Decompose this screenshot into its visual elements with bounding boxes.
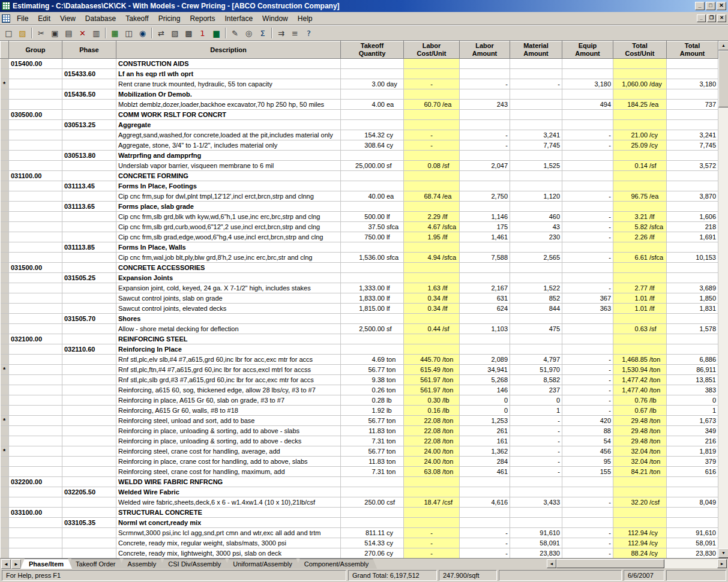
description-cell[interactable]: Reinforcing steel, crane cost for handli… [116,446,341,457]
labor-cost-unit-cell[interactable] [404,487,460,497]
labor-amount-cell[interactable] [460,59,510,69]
takeoff-quantity-cell[interactable]: 1,536.00sfca [341,253,404,263]
material-amount-cell[interactable] [510,100,562,110]
takeoff-quantity-cell[interactable]: 7.31ton [341,436,404,446]
total-amount-cell[interactable]: 7,745 [667,140,718,151]
horizontal-scrollbar[interactable]: ◄ ► [547,559,727,568]
labor-amount-cell[interactable]: - [460,538,510,548]
phase-row[interactable]: 033105.35Norml wt concrt,ready mix [1,518,718,528]
description-cell[interactable]: Shores [116,314,341,324]
description-cell[interactable]: Cip cnc frm,slb grd,curb,wood,6"12",2 us… [116,222,341,232]
phase-code-cell[interactable] [62,406,116,416]
description-cell[interactable]: Welded Wire Fabric [116,487,341,497]
row-marker[interactable] [1,273,9,283]
total-cost-unit-cell[interactable]: 88.24/cy [613,548,667,559]
description-cell[interactable]: Aggregate [116,120,341,130]
group-code-cell[interactable] [9,202,62,212]
takeoff-quantity-cell[interactable]: 7.31ton [341,467,404,477]
total-amount-cell[interactable]: 91,610 [667,528,718,538]
labor-cost-unit-cell[interactable]: 0.34/lf [404,293,460,304]
item-row[interactable]: Reinforcing, a615 60, sog, thickened edg… [1,385,718,395]
equip-amount-cell[interactable] [562,69,613,79]
total-cost-unit-cell[interactable] [613,202,667,212]
phase-code-cell[interactable] [62,293,116,304]
description-cell[interactable]: Mobilization Or Demob. [116,89,341,100]
material-amount-cell[interactable]: 460 [510,212,562,222]
material-amount-cell[interactable] [510,181,562,191]
total-cost-unit-cell[interactable] [613,334,667,344]
total-cost-unit-cell[interactable] [613,59,667,69]
equip-amount-cell[interactable]: - [562,538,613,548]
group-code-cell[interactable] [9,212,62,222]
menu-file[interactable]: File [12,13,33,25]
row-marker[interactable] [1,171,9,181]
labor-cost-unit-cell[interactable]: 18.47/csf [404,497,460,508]
group-row[interactable]: 031500.00CONCRETE ACCESSORIES [1,263,718,273]
takeoff-quantity-cell[interactable] [341,263,404,273]
takeoff-quantity-cell[interactable] [341,181,404,191]
menu-interface[interactable]: Interface [220,13,257,25]
phase-code-cell[interactable] [62,528,116,538]
labor-amount-cell[interactable]: 1,146 [460,212,510,222]
labor-amount-cell[interactable] [460,171,510,181]
row-marker[interactable] [1,130,9,140]
labor-cost-unit-cell[interactable]: 445.70/ton [404,355,460,365]
help-icon[interactable]: ? [302,26,316,40]
group-code-cell[interactable] [9,457,62,467]
row-marker[interactable] [1,457,9,467]
mdi-restore-button[interactable]: ❐ [707,14,716,22]
labor-cost-unit-cell[interactable]: 22.08/ton [404,416,460,426]
total-cost-unit-cell[interactable]: 96.75/ea [613,191,667,202]
total-amount-cell[interactable]: 23,830 [667,548,718,559]
total-cost-unit-cell[interactable] [613,314,667,324]
row-marker[interactable] [1,253,9,263]
item-row[interactable]: Cip cnc frm,sup for dwl,plnt tmpl,12'12'… [1,191,718,202]
labor-cost-unit-cell[interactable] [404,202,460,212]
total-amount-cell[interactable]: 6,886 [667,355,718,365]
row-marker[interactable] [1,334,9,344]
takeoff-quantity-cell[interactable] [341,59,404,69]
total-amount-cell[interactable] [667,518,718,528]
phase-code-cell[interactable] [62,457,116,467]
graph-icon[interactable]: ✎ [228,26,242,40]
item-row[interactable]: Moblzt demblz,dozer,loader,backhoe excav… [1,100,718,110]
phase-code-cell[interactable] [62,59,116,69]
material-amount-cell[interactable]: 2,565 [510,253,562,263]
description-cell[interactable]: WELDD WIRE FABRIC RNFRCNG [116,477,341,487]
material-amount-cell[interactable] [510,171,562,181]
column-header-material-amount[interactable]: Material Amount [510,41,562,59]
row-marker[interactable]: * [1,79,9,89]
phase-row[interactable]: 032110.60Reinforcing In Place [1,344,718,355]
row-marker[interactable] [1,518,9,528]
total-cost-unit-cell[interactable] [613,273,667,283]
labor-amount-cell[interactable]: 0 [460,406,510,416]
group-code-cell[interactable]: 032100.00 [9,334,62,344]
group-code-cell[interactable] [9,518,62,528]
takeoff-quantity-cell[interactable] [341,334,404,344]
material-amount-cell[interactable]: 91,610 [510,528,562,538]
column-header-equip-amount[interactable]: Equip Amount [562,41,613,59]
labor-amount-cell[interactable]: 243 [460,100,510,110]
equip-amount-cell[interactable]: 367 [562,293,613,304]
material-amount-cell[interactable]: 844 [510,304,562,314]
phase-code-cell[interactable] [62,222,116,232]
description-cell[interactable]: Scrmnwt,3000 psi,inc lcl agg,snd,prt cmn… [116,528,341,538]
group-code-cell[interactable] [9,446,62,457]
group-code-cell[interactable] [9,273,62,283]
labor-amount-cell[interactable] [460,151,510,161]
takeoff-quantity-cell[interactable] [341,508,404,518]
total-cost-unit-cell[interactable] [613,242,667,253]
group-code-cell[interactable] [9,426,62,436]
row-marker[interactable] [1,497,9,508]
labor-cost-unit-cell[interactable]: - [404,130,460,140]
description-cell[interactable]: Reinforcing, a615 60, sog, thickened edg… [116,385,341,395]
takeoff-quantity-cell[interactable] [341,273,404,283]
equip-amount-cell[interactable]: - [562,406,613,416]
group-code-cell[interactable] [9,69,62,79]
row-marker[interactable] [1,191,9,202]
labor-cost-unit-cell[interactable]: 4.94/sfca [404,253,460,263]
group-code-cell[interactable] [9,497,62,508]
group-row[interactable]: 031100.00CONCRETE FORMING [1,171,718,181]
total-cost-unit-cell[interactable]: 29.48/ton [613,416,667,426]
labor-cost-unit-cell[interactable]: 24.00/ton [404,457,460,467]
